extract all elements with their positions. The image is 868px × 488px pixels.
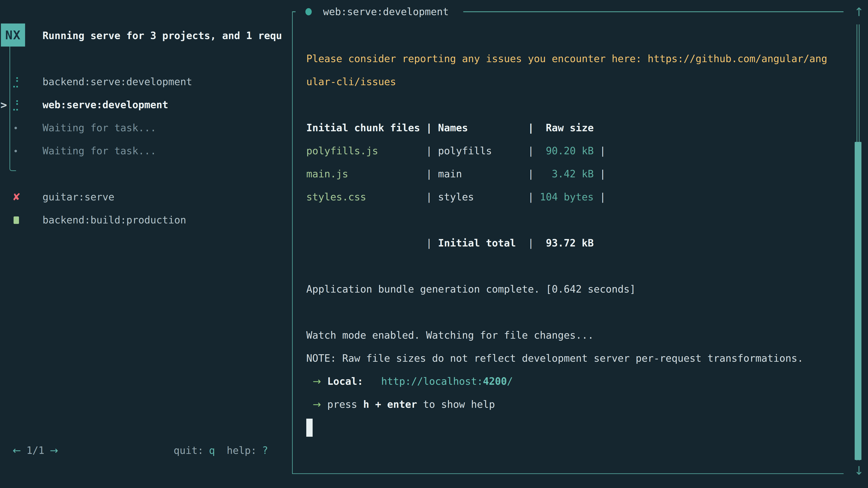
terminal-line: NOTE: Raw file sizes do not reflect deve… (306, 347, 803, 370)
text-segment: 3.42 kB (540, 168, 594, 180)
text-segment: | (492, 145, 540, 157)
page-indicator: 1/1 (26, 445, 44, 456)
task-item[interactable]: ✘guitar:serve (0, 186, 291, 208)
text-segment: styles (438, 191, 474, 203)
text-segment: | (516, 237, 540, 249)
task-label: Waiting for task... (42, 139, 156, 162)
selection-chevron: > (0, 93, 7, 116)
text-segment: Please consider reporting any issues you… (306, 53, 648, 64)
terminal-cursor (306, 419, 313, 437)
text-segment: 93.72 kB (540, 237, 594, 249)
terminal-line: Initial chunk files | Names | Raw size (306, 116, 594, 139)
github-issues-link[interactable]: ular-cli/issues (306, 76, 396, 88)
text-segment: to show help (417, 398, 495, 410)
text-segment: Local: (327, 376, 363, 387)
nx-logo-text: NX (5, 28, 21, 42)
terminal-line: Application bundle generation complete. … (306, 278, 636, 301)
spinner-icon: ⣘ (12, 70, 20, 93)
task-label: Waiting for task... (42, 116, 156, 139)
help-label: help: (227, 445, 256, 456)
failed-cross-icon: ✘ (12, 186, 21, 208)
task-label: web:serve:development (42, 93, 168, 116)
quit-key: q (209, 445, 215, 456)
nx-logo: NX (1, 24, 25, 46)
terminal-line: styles.css | styles | 104 bytes | (306, 186, 606, 208)
text-segment: Application bundle generation complete. … (306, 283, 636, 295)
output-panel: web:serve:development Please consider re… (292, 12, 844, 474)
nx-terminal-ui: NX Running serve for 3 projects, and 1 r… (0, 0, 868, 488)
text-segment: main.js (306, 168, 348, 180)
text-segment: | (594, 191, 606, 203)
keyboard-shortcuts: quit:qhelp:? (174, 439, 268, 462)
sidebar: NX Running serve for 3 projects, and 1 r… (0, 0, 291, 488)
text-segment: 90.20 kB (540, 145, 594, 157)
text-segment: h + enter (363, 398, 417, 410)
localhost-link[interactable]: http://localhost: (381, 376, 483, 387)
text-segment: | (348, 168, 438, 180)
task-item[interactable]: Waiting for task... (0, 116, 291, 139)
localhost-link[interactable]: / (507, 376, 513, 387)
text-segment: | (594, 168, 606, 180)
text-segment: → (306, 398, 327, 410)
github-issues-link[interactable]: https://github.com/angular/ang (648, 53, 827, 64)
text-segment: | (462, 168, 540, 180)
scroll-up-arrow[interactable]: ↑ (852, 0, 865, 24)
terminal-line: main.js | main | 3.42 kB | (306, 162, 606, 186)
task-item[interactable]: backend:build:production (0, 208, 291, 232)
text-segment: press (327, 398, 363, 410)
scrollbar-thumb[interactable] (855, 142, 862, 460)
terminal-line: Watch mode enabled. Watching for file ch… (306, 324, 594, 347)
terminal-line: | Initial total | 93.72 kB (306, 232, 594, 255)
task-label: backend:serve:development (42, 70, 192, 93)
text-segment: polyfills (438, 145, 492, 157)
text-segment: main (438, 168, 462, 180)
task-item[interactable]: >⣘web:serve:development (0, 93, 291, 116)
terminal-line: ular-cli/issues (306, 70, 396, 93)
text-segment: NOTE: Raw file sizes do not reflect deve… (306, 352, 803, 364)
text-segment: | (366, 191, 438, 203)
prev-page-arrow[interactable]: ← (13, 445, 21, 456)
task-label: backend:build:production (42, 208, 186, 232)
scroll-down-arrow[interactable]: ↓ (852, 459, 865, 482)
text-segment: Initial chunk files | Names | Raw size (306, 122, 594, 133)
text-segment: styles.css (306, 191, 366, 203)
task-item[interactable]: ⣘backend:serve:development (0, 70, 291, 93)
text-segment: | (594, 145, 606, 157)
text-segment: | (378, 145, 438, 157)
text-segment: polyfills.js (306, 145, 378, 157)
app-title: Running serve for 3 projects, and 1 requ (42, 24, 291, 47)
text-segment: Watch mode enabled. Watching for file ch… (306, 329, 594, 341)
terminal-output: Please consider reporting any issues you… (293, 12, 844, 473)
text-segment: → (306, 376, 327, 387)
pending-dot-icon (14, 150, 17, 152)
text-segment: | (474, 191, 540, 203)
terminal-line: Please consider reporting any issues you… (306, 47, 827, 70)
next-page-arrow[interactable]: → (50, 445, 58, 456)
task-label: guitar:serve (42, 186, 114, 208)
text-segment: | (306, 237, 438, 249)
help-key: ? (262, 445, 268, 456)
quit-label: quit: (174, 445, 204, 456)
terminal-line: → Local: http://localhost:4200/ (306, 370, 513, 393)
spinner-icon: ⣘ (12, 93, 20, 116)
text-segment: 104 bytes (540, 191, 594, 203)
pending-dot-icon (14, 127, 17, 129)
terminal-line: polyfills.js | polyfills | 90.20 kB | (306, 139, 606, 162)
text-segment: Initial total (438, 237, 516, 249)
task-item[interactable]: Waiting for task... (0, 139, 291, 162)
localhost-link[interactable]: 4200 (483, 376, 507, 387)
pagination: ←1/1→ (13, 439, 58, 462)
text-segment (363, 376, 381, 387)
success-square-icon (13, 217, 19, 224)
terminal-line: → press h + enter to show help (306, 393, 495, 416)
